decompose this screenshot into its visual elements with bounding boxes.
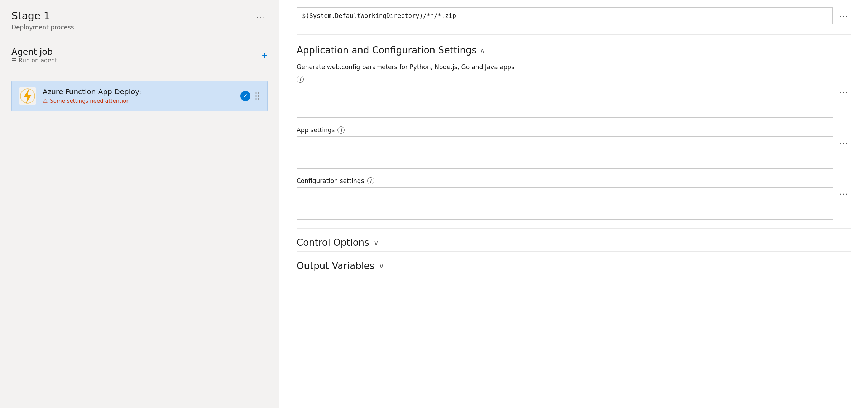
output-variables-chevron: ∨ [379,261,384,270]
task-title: Azure Function App Deploy: [43,87,235,96]
web-config-browse-button[interactable]: ··· [837,86,851,98]
package-path-input[interactable] [297,7,833,24]
config-settings-input-row: ··· [297,187,851,220]
web-config-description: Generate web.config parameters for Pytho… [297,63,851,72]
drag-dot-row-2 [255,95,259,97]
app-config-title-text: Application and Configuration Settings [297,45,476,56]
config-settings-textarea[interactable] [297,187,833,220]
output-variables-header[interactable]: Output Variables ∨ [297,260,851,271]
control-options-header[interactable]: Control Options ∨ [297,237,851,248]
config-settings-browse-button[interactable]: ··· [837,187,851,200]
app-settings-input-row: ··· [297,136,851,169]
task-item[interactable]: Azure Function App Deploy: ⚠ Some settin… [11,81,268,111]
control-options-section: Control Options ∨ [297,228,851,248]
top-input-row: ··· [297,0,851,35]
task-icon-container [18,87,37,105]
drag-dot [258,95,259,97]
agent-job-title: Agent job [11,47,57,57]
config-settings-info-icon[interactable]: i [367,177,374,184]
drag-dot-row-1 [255,92,259,94]
app-settings-browse-button[interactable]: ··· [837,136,851,149]
agent-job-section: Agent job ☰ Run on agent + [0,38,279,75]
config-settings-label-text: Configuration settings [297,177,364,184]
app-config-section-header: Application and Configuration Settings ∧ [297,35,851,63]
drag-dot-row-3 [255,98,259,100]
web-config-textarea[interactable] [297,86,833,118]
web-config-info-row: i [297,76,851,83]
agent-job-subtitle: ☰ Run on agent [11,57,57,64]
app-settings-field-group: App settings i ··· [297,126,851,169]
web-config-input-row: ··· [297,86,851,118]
drag-dot [258,98,259,100]
control-options-title: Control Options [297,237,369,248]
app-config-collapse-icon[interactable]: ∧ [480,47,485,54]
app-settings-textarea[interactable] [297,136,833,169]
web-config-info-icon[interactable]: i [297,76,304,83]
agent-job-header: Agent job ☰ Run on agent + [11,47,268,64]
task-warning-text: Some settings need attention [50,98,130,104]
package-path-browse-button[interactable]: ··· [837,10,851,22]
drag-dot [255,95,257,97]
agent-job-subtitle-text: Run on agent [19,57,57,64]
output-variables-section: Output Variables ∨ [297,251,851,271]
stage-title: Stage 1 [11,10,74,22]
stage-menu-button[interactable]: ··· [254,11,268,23]
stage-subtitle: Deployment process [11,24,74,31]
warning-icon: ⚠ [43,97,48,104]
config-settings-field-group: Configuration settings i ··· [297,177,851,220]
config-settings-label-row: Configuration settings i [297,177,851,184]
task-content: Azure Function App Deploy: ⚠ Some settin… [43,87,235,104]
task-enabled-indicator: ✓ [240,91,250,101]
drag-dot [255,98,257,100]
control-options-chevron: ∨ [374,238,379,247]
drag-handle[interactable] [254,91,261,101]
agent-icon: ☰ [11,57,16,64]
stage-info: Stage 1 Deployment process [11,10,74,31]
app-settings-label-text: App settings [297,126,335,134]
web-config-field-group: Generate web.config parameters for Pytho… [297,63,851,118]
check-icon: ✓ [243,92,248,99]
drag-dot [255,92,257,94]
right-panel: ··· Application and Configuration Settin… [279,0,868,408]
app-settings-label-row: App settings i [297,126,851,134]
task-actions: ✓ [240,91,261,101]
agent-job-info: Agent job ☰ Run on agent [11,47,57,64]
task-warning: ⚠ Some settings need attention [43,97,235,104]
app-settings-info-icon[interactable]: i [337,126,345,134]
add-task-button[interactable]: + [262,50,268,60]
drag-dot [258,92,259,94]
app-config-section-title: Application and Configuration Settings ∧ [297,45,485,56]
stage-header: Stage 1 Deployment process ··· [0,0,279,38]
azure-function-icon [19,87,36,105]
output-variables-title: Output Variables [297,260,374,271]
